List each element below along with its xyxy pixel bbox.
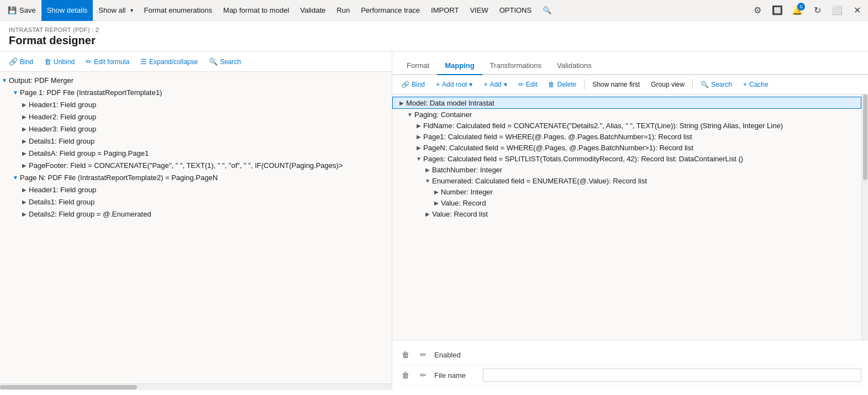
- vertical-scrollbar[interactable]: [861, 94, 868, 340]
- show-details-button[interactable]: Show details: [41, 0, 93, 21]
- tree-item[interactable]: ▼Page 1: PDF File (IntrastatReportTempla…: [0, 86, 392, 98]
- tab-mapping[interactable]: Mapping: [437, 57, 482, 75]
- unbind-button[interactable]: 🗑 Unbind: [40, 55, 79, 68]
- save-button[interactable]: 💾 Save: [2, 0, 41, 21]
- tree-item[interactable]: ▶Header1: Field group⋯: [0, 98, 392, 110]
- tree-item[interactable]: ▶Header3: Field group⋯: [0, 123, 392, 135]
- tree-item[interactable]: ▶Header1: Field group⋯: [0, 183, 392, 196]
- tree-item[interactable]: ▼Output: PDF Merger⋯: [0, 74, 392, 86]
- tree-item[interactable]: ▶Header2: Field group⋯: [0, 110, 392, 123]
- tab-transformations[interactable]: Transformations: [482, 57, 549, 75]
- add-root-button[interactable]: + Add root ▾: [432, 78, 477, 91]
- window-controls: ⚙ 🔲 🔔 0 ↻ ⬜ ✕: [749, 2, 866, 19]
- model-item[interactable]: ▶Model: Data model Intrastat: [392, 97, 861, 109]
- model-toggle-icon[interactable]: ▼: [423, 176, 432, 185]
- model-item-label: Value: Record: [441, 199, 486, 207]
- group-view-button[interactable]: Group view: [646, 78, 689, 91]
- model-item[interactable]: ▶Page1: Calculated field = WHERE(@.Pages…: [392, 131, 861, 142]
- tree-item[interactable]: ▶Details2: Field group = @.Enumerated⋯: [0, 208, 392, 220]
- performance-trace-button[interactable]: Performance trace: [355, 0, 425, 21]
- cache-button[interactable]: + Cache: [739, 78, 773, 91]
- tree-item[interactable]: ▼Page N: PDF File (IntrastatReportTempla…: [0, 171, 392, 183]
- model-item[interactable]: ▶FldName: Calculated field = CONCATENATE…: [392, 120, 861, 131]
- vertical-scrollbar-thumb[interactable]: [863, 94, 867, 180]
- show-all-button[interactable]: Show all: [93, 0, 138, 21]
- tree-toggle-icon[interactable]: ▶: [20, 161, 29, 170]
- delete-button[interactable]: 🗑 Delete: [544, 78, 581, 91]
- add-root-icon: +: [436, 81, 440, 88]
- model-item[interactable]: ▼Pages: Calculated field = SPLITLIST(Tot…: [392, 153, 861, 164]
- scrollbar-thumb[interactable]: [0, 385, 137, 389]
- tree-item[interactable]: ▶DetailsA: Field group = Paging.Page1⋯: [0, 147, 392, 159]
- filename-input[interactable]: [483, 368, 861, 382]
- model-item-label: Number: Integer: [441, 188, 493, 196]
- edit-formula-button[interactable]: ✏ Edit formula: [81, 55, 134, 68]
- model-item[interactable]: ▶BatchNumber: Integer: [392, 164, 861, 175]
- enabled-delete-button[interactable]: 🗑: [399, 348, 412, 361]
- notifications-button[interactable]: 🔔 0: [788, 2, 806, 19]
- extensions-icon-button[interactable]: 🔲: [769, 2, 786, 19]
- format-enumerations-button[interactable]: Format enumerations: [139, 0, 218, 21]
- settings-icon-button[interactable]: ⚙: [749, 2, 766, 19]
- model-toggle-icon[interactable]: ▼: [406, 110, 414, 119]
- tree-toggle-icon[interactable]: ▶: [20, 197, 29, 206]
- model-item[interactable]: ▶Value: Record: [392, 197, 861, 208]
- tree-item-label: Details2: Field group = @.Enumerated: [29, 210, 375, 218]
- tree-toggle-icon[interactable]: ▶: [20, 124, 29, 133]
- left-search-button[interactable]: 🔍 Search: [204, 55, 245, 68]
- model-toggle-icon[interactable]: ▶: [397, 98, 406, 107]
- tree-toggle-icon[interactable]: ▶: [20, 136, 29, 145]
- tree-toggle-icon[interactable]: ▶: [20, 185, 29, 194]
- options-button[interactable]: OPTIONS: [494, 0, 538, 21]
- model-item[interactable]: ▼Enumerated: Calculated field = ENUMERAT…: [392, 175, 861, 186]
- tree-item[interactable]: ▶PageFooter: Field = CONCATENATE("Page",…: [0, 159, 392, 171]
- right-search-button[interactable]: 🔍 Search: [696, 78, 737, 91]
- tree-toggle-icon[interactable]: ▶: [20, 112, 29, 121]
- right-bind-button[interactable]: 🔗 Bind: [397, 78, 429, 91]
- tree-toggle-icon[interactable]: ▶: [20, 149, 29, 157]
- filename-edit-button[interactable]: ✏: [417, 368, 430, 382]
- view-button[interactable]: VIEW: [464, 0, 493, 21]
- validate-button[interactable]: Validate: [294, 0, 331, 21]
- expand-collapse-button[interactable]: ☰ Expand/collapse: [136, 55, 202, 68]
- map-format-to-model-button[interactable]: Map format to model: [218, 0, 294, 21]
- tree-toggle-icon[interactable]: ▼: [0, 76, 9, 85]
- resize-icon-button[interactable]: ⬜: [828, 2, 846, 19]
- model-toggle-icon[interactable]: ▼: [414, 154, 423, 163]
- model-toggle-icon[interactable]: ▶: [432, 187, 441, 196]
- tree-item[interactable]: ▶Details1: Field group⋯: [0, 196, 392, 208]
- tab-validations[interactable]: Validations: [549, 57, 599, 75]
- tree-toggle-icon[interactable]: ▶: [20, 100, 29, 109]
- import-button[interactable]: IMPORT: [425, 0, 464, 21]
- filename-label: File name: [434, 371, 478, 380]
- search-icon: 🔍: [209, 57, 218, 66]
- model-toggle-icon[interactable]: ▶: [414, 121, 423, 130]
- model-toggle-icon[interactable]: ▶: [432, 198, 441, 207]
- tree-toggle-icon[interactable]: ▶: [20, 209, 29, 218]
- model-item[interactable]: ▶PageN: Calculated field = WHERE(@.Pages…: [392, 142, 861, 153]
- close-icon-button[interactable]: ✕: [848, 2, 866, 19]
- toolbar-separator-2: [692, 80, 693, 89]
- horizontal-scrollbar[interactable]: [0, 383, 392, 390]
- filename-delete-button[interactable]: 🗑: [399, 368, 412, 382]
- tab-format[interactable]: Format: [399, 57, 437, 75]
- model-item[interactable]: ▶Value: Record list: [392, 208, 861, 219]
- cache-icon: +: [743, 81, 747, 88]
- run-button[interactable]: Run: [331, 0, 355, 21]
- model-toggle-icon[interactable]: ▶: [414, 132, 423, 141]
- global-search-button[interactable]: 🔍: [537, 0, 557, 21]
- model-item[interactable]: ▶Number: Integer: [392, 186, 861, 197]
- enabled-edit-button[interactable]: ✏: [417, 348, 430, 361]
- model-toggle-icon[interactable]: ▶: [423, 165, 432, 174]
- model-item[interactable]: ▼Paging: Container: [392, 109, 861, 120]
- edit-button[interactable]: ✏ Edit: [514, 78, 542, 91]
- tree-toggle-icon[interactable]: ▼: [11, 88, 20, 97]
- refresh-icon-button[interactable]: ↻: [808, 2, 826, 19]
- tree-toggle-icon[interactable]: ▼: [11, 173, 20, 182]
- bind-button[interactable]: 🔗 Bind: [4, 55, 38, 68]
- model-toggle-icon[interactable]: ▶: [414, 143, 423, 152]
- model-toggle-icon[interactable]: ▶: [423, 209, 432, 218]
- tree-item[interactable]: ▶Details1: Field group⋯: [0, 135, 392, 147]
- add-button[interactable]: + Add ▾: [479, 78, 511, 91]
- show-name-first-button[interactable]: Show name first: [588, 78, 644, 91]
